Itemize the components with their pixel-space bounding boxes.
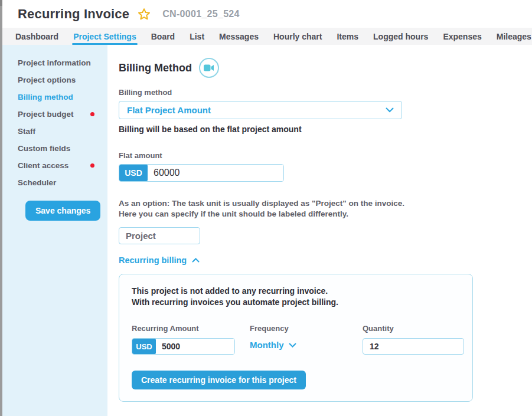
recurring-billing-toggle[interactable]: Recurring billing [119, 256, 200, 265]
recurring-info-line-1: This project is not added to any recurri… [132, 286, 461, 297]
recurring-invoice-panel: This project is not added to any recurri… [119, 274, 473, 402]
unit-label-input[interactable] [119, 227, 200, 244]
tab-expenses[interactable]: Expenses [443, 28, 481, 45]
sidebar-item-custom-fields[interactable]: Custom fields [0, 140, 107, 157]
page-title: Recurring Invoice [18, 6, 129, 22]
chevron-down-icon [289, 343, 296, 348]
sidebar-item-client-access[interactable]: Client access [0, 157, 107, 174]
recurring-amount-label: Recurring Amount [132, 324, 250, 333]
create-recurring-invoice-button[interactable]: Create recurring invoice for this projec… [132, 371, 306, 389]
frequency-selected-value: Monthly [250, 340, 284, 350]
sidebar-item-project-information[interactable]: Project information [0, 54, 107, 71]
save-changes-button[interactable]: Save changes [25, 201, 100, 221]
tab-items[interactable]: Items [337, 28, 358, 45]
frequency-label: Frequency [250, 324, 363, 333]
sidebar-item-billing-method[interactable]: Billing method [0, 89, 107, 106]
unit-note-text: As an option: The task unit is usually d… [119, 198, 532, 220]
project-tabbar: Dashboard Project Settings Board List Me… [0, 28, 532, 45]
chevron-down-icon [386, 107, 394, 113]
recurring-info-line-2: With recurring invoices you automate pro… [132, 297, 461, 308]
billing-method-select[interactable]: Flat Project Amount [119, 101, 402, 119]
frequency-select[interactable]: Monthly [250, 340, 296, 350]
favorite-star-icon[interactable] [136, 6, 152, 22]
page-header: Recurring Invoice CN-0001_25_524 [0, 0, 532, 28]
billing-method-label: Billing method [119, 88, 532, 97]
tab-list[interactable]: List [190, 28, 204, 45]
video-camera-icon [204, 64, 214, 71]
sidebar-item-staff[interactable]: Staff [0, 123, 107, 140]
alert-dot-icon [90, 163, 94, 168]
sidebar-item-project-budget[interactable]: Project budget [0, 106, 107, 123]
sidebar-item-scheduler[interactable]: Scheduler [0, 174, 107, 191]
billing-method-panel: Billing Method Billing method Flat Proje… [107, 45, 532, 416]
tab-board[interactable]: Board [151, 28, 175, 45]
project-code: CN-0001_25_524 [162, 9, 240, 19]
currency-prefix: USD [132, 339, 156, 354]
recurring-invoice-settings-page: Recurring Invoice CN-0001_25_524 Dashboa… [0, 0, 532, 416]
video-help-button[interactable] [199, 58, 219, 78]
tab-hourly-chart[interactable]: Hourly chart [273, 28, 322, 45]
quantity-label: Quantity [363, 324, 464, 333]
chevron-up-icon [192, 258, 200, 263]
tab-mileages[interactable]: Mileages [497, 28, 531, 45]
recurring-amount-field: USD [132, 338, 235, 355]
tab-logged-hours[interactable]: Logged hours [373, 28, 428, 45]
quantity-input[interactable] [363, 338, 464, 355]
billing-method-help-text: Billing will be based on the flat projec… [119, 125, 532, 134]
section-heading: Billing Method [119, 62, 192, 74]
currency-prefix: USD [119, 165, 148, 181]
billing-method-selected-value: Flat Project Amount [127, 105, 211, 115]
recurring-amount-input[interactable] [156, 339, 234, 354]
flat-amount-label: Flat amount [119, 151, 532, 160]
sidebar-item-project-options[interactable]: Project options [0, 71, 107, 89]
tab-messages[interactable]: Messages [219, 28, 259, 45]
window-edge-strip [0, 0, 2, 416]
settings-sidebar: Project information Project options Bill… [0, 45, 107, 416]
tab-project-settings[interactable]: Project Settings [73, 28, 136, 45]
alert-dot-icon [90, 112, 94, 116]
flat-amount-field: USD [119, 164, 284, 182]
flat-amount-input[interactable] [148, 165, 283, 181]
tab-dashboard[interactable]: Dashboard [15, 28, 58, 45]
